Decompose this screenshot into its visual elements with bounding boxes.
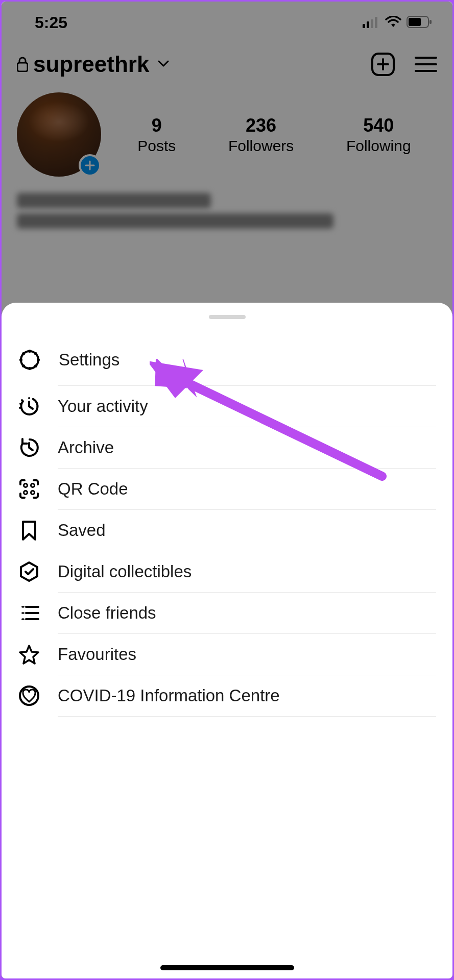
home-indicator[interactable] [160,965,294,970]
menu-item-archive[interactable]: Archive [18,427,436,468]
menu-list: Settings Your activity Archive [2,334,452,717]
menu-item-saved[interactable]: Saved [18,510,436,551]
menu-item-label: Digital collectibles [58,562,192,581]
menu-item-label: Favourites [58,645,136,664]
svg-point-23 [22,364,25,368]
svg-point-31 [31,491,35,495]
svg-point-26 [19,403,21,405]
menu-item-label: QR Code [58,479,128,499]
svg-point-17 [28,350,31,353]
star-icon [18,643,40,666]
menu-item-settings[interactable]: Settings [18,334,436,385]
menu-item-label: Saved [58,521,106,540]
menu-item-favourites[interactable]: Favourites [18,634,436,675]
svg-point-22 [34,352,37,355]
menu-item-label: Settings [59,350,120,370]
menu-item-label: Archive [58,438,114,457]
menu-item-your-activity[interactable]: Your activity [18,386,436,427]
menu-item-label: Close friends [58,603,156,623]
hexagon-check-icon [18,560,40,583]
archive-icon [18,436,40,459]
sheet-grabber[interactable] [209,315,246,319]
menu-item-label: COVID-19 Information Centre [58,686,280,705]
svg-point-28 [24,484,28,487]
svg-point-19 [19,358,22,361]
svg-point-29 [31,484,35,487]
svg-point-25 [21,399,23,401]
gear-icon [18,348,41,372]
menu-item-digital-collectibles[interactable]: Digital collectibles [18,551,436,592]
menu-item-close-friends[interactable]: Close friends [18,593,436,633]
bottom-sheet: Settings Your activity Archive [2,303,452,978]
svg-point-21 [22,352,25,355]
svg-point-18 [28,367,31,370]
qr-icon [18,478,40,500]
bookmark-icon [18,519,40,542]
menu-item-label: Your activity [58,397,148,416]
svg-point-27 [19,407,21,409]
svg-point-24 [34,364,37,368]
menu-item-qr-code[interactable]: QR Code [18,469,436,509]
svg-point-30 [24,491,28,495]
menu-item-covid-info[interactable]: COVID-19 Information Centre [18,675,436,716]
svg-point-20 [37,358,40,361]
activity-icon [18,395,40,418]
covid-icon [18,684,40,707]
close-friends-icon [18,602,40,624]
